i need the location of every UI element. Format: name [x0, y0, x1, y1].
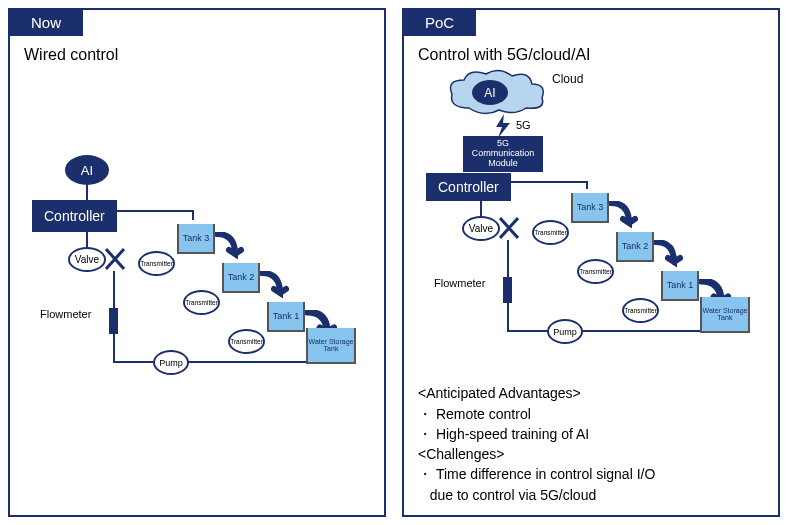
- line: [117, 210, 192, 212]
- tank-2: Tank 2: [222, 263, 260, 293]
- tank-3: Tank 3: [177, 224, 215, 254]
- tank-2: Tank 2: [616, 232, 654, 262]
- fiveg-label: 5G: [516, 119, 531, 131]
- controller: Controller: [426, 173, 511, 201]
- valve-icon: [105, 248, 125, 270]
- tank-1: Tank 1: [267, 302, 305, 332]
- transmitter: Transmitter: [183, 290, 220, 315]
- tab-poc: PoC: [403, 9, 476, 36]
- transmitter: Transmitter: [622, 298, 659, 323]
- transmitter: Transmitter: [138, 251, 175, 276]
- flowmeter-icon: [109, 308, 118, 334]
- panel-now: Now Wired control AI Controller Valve Fl…: [8, 8, 386, 517]
- line: [113, 334, 115, 361]
- comm-module: 5G Communication Module: [463, 136, 543, 172]
- flowmeter-label: Flowmeter: [434, 277, 485, 289]
- notes: <Anticipated Advantages> ・ Remote contro…: [418, 383, 768, 505]
- ai-node: AI: [472, 80, 508, 105]
- notes-heading: <Anticipated Advantages>: [418, 383, 768, 403]
- line: [507, 240, 509, 282]
- storage-tank: Water Storage Tank: [700, 297, 750, 333]
- ai-node: AI: [65, 155, 109, 185]
- tab-now: Now: [9, 9, 83, 36]
- controller: Controller: [32, 200, 117, 232]
- comm-line: Module: [468, 159, 538, 169]
- notes-bullet: ・ High-speed training of AI: [418, 424, 768, 444]
- line: [113, 271, 115, 313]
- notes-bullet: ・ Remote control: [418, 404, 768, 424]
- tank-1: Tank 1: [661, 271, 699, 301]
- line: [86, 232, 88, 247]
- line: [113, 361, 153, 363]
- title-poc: Control with 5G/cloud/AI: [418, 46, 591, 64]
- line: [511, 181, 586, 183]
- transmitter: Transmitter: [532, 220, 569, 245]
- storage-tank: Water Storage Tank: [306, 328, 356, 364]
- notes-bullet: ・ Time difference in control signal I/O: [418, 464, 768, 484]
- line: [507, 303, 509, 330]
- panel-poc: PoC Control with 5G/cloud/AI AI Cloud 5G…: [402, 8, 780, 517]
- notes-bullet: due to control via 5G/cloud: [418, 485, 768, 505]
- transmitter: Transmitter: [577, 259, 614, 284]
- line: [480, 201, 482, 216]
- valve: Valve: [68, 247, 106, 272]
- flowmeter-icon: [503, 277, 512, 303]
- line: [86, 185, 88, 200]
- line: [507, 330, 547, 332]
- tank-3: Tank 3: [571, 193, 609, 223]
- transmitter: Transmitter: [228, 329, 265, 354]
- pump: Pump: [547, 319, 583, 344]
- flowmeter-label: Flowmeter: [40, 308, 91, 320]
- valve-icon: [499, 217, 519, 239]
- lightning-icon: [494, 114, 512, 138]
- cloud-label: Cloud: [552, 72, 583, 86]
- title-now: Wired control: [24, 46, 118, 64]
- pump: Pump: [153, 350, 189, 375]
- valve: Valve: [462, 216, 500, 241]
- notes-heading: <Challenges>: [418, 444, 768, 464]
